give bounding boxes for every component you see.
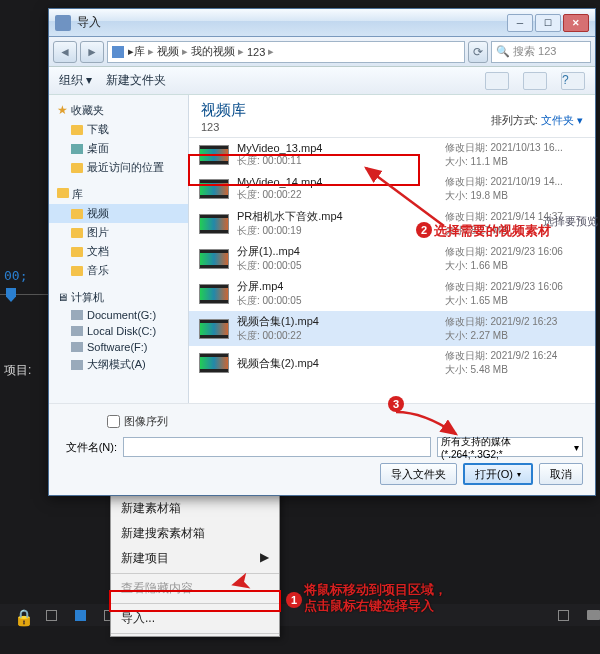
folder-icon bbox=[71, 209, 83, 219]
file-duration: 长度: 00:00:05 bbox=[237, 259, 437, 273]
nav-pictures[interactable]: 图片 bbox=[49, 223, 188, 242]
back-button[interactable]: ◄ bbox=[53, 41, 77, 63]
file-name: MyVideo_13.mp4 bbox=[237, 142, 437, 154]
image-sequence-checkbox[interactable]: 图像序列 bbox=[107, 414, 583, 429]
toolbar: 组织 ▾ 新建文件夹 ? bbox=[49, 67, 595, 95]
file-name: MyVideo_14.mp4 bbox=[237, 176, 437, 188]
file-row[interactable]: MyVideo_13.mp4长度: 00:00:11修改日期: 2021/10/… bbox=[189, 138, 595, 172]
import-dialog: 导入 ─ ☐ ✕ ◄ ► ▸ 库▸ 视频▸ 我的视频▸ 123▸ ⟳ 🔍搜索 1… bbox=[48, 8, 596, 496]
playhead[interactable] bbox=[6, 288, 16, 302]
preview-pane-label: 选择要预览 bbox=[543, 214, 598, 229]
refresh-button[interactable]: ⟳ bbox=[468, 41, 488, 63]
image-seq-input[interactable] bbox=[107, 415, 120, 428]
timecode: 00; bbox=[4, 268, 27, 283]
view-menu[interactable] bbox=[485, 72, 509, 90]
step1-badge: 1 bbox=[286, 592, 302, 608]
ctx-new-item[interactable]: 新建项目▶ bbox=[111, 546, 279, 571]
preview-toggle[interactable] bbox=[523, 72, 547, 90]
computer-icon bbox=[112, 46, 124, 58]
cancel-button[interactable]: 取消 bbox=[539, 463, 583, 485]
lock-icon[interactable]: 🔒 bbox=[14, 608, 28, 622]
file-name: 视频合集(1).mp4 bbox=[237, 314, 437, 329]
file-date: 修改日期: 2021/9/23 16:06 bbox=[445, 245, 585, 259]
file-row[interactable]: 视频合集(1).mp4长度: 00:00:22修改日期: 2021/9/2 16… bbox=[189, 311, 595, 346]
nav-music[interactable]: 音乐 bbox=[49, 261, 188, 280]
file-duration: 长度: 00:00:05 bbox=[237, 294, 437, 308]
file-name: 视频合集(2).mp4 bbox=[237, 356, 437, 371]
new-item-icon[interactable] bbox=[558, 610, 569, 621]
list-header: 视频库 123 排列方式: 文件夹 ▾ bbox=[189, 95, 595, 138]
file-row[interactable]: 分屏.mp4长度: 00:00:05修改日期: 2021/9/23 16:06大… bbox=[189, 276, 595, 311]
file-thumb bbox=[199, 179, 229, 199]
ctx-import[interactable]: 导入... bbox=[111, 606, 279, 631]
nav-drive-g[interactable]: Document(G:) bbox=[49, 307, 188, 323]
nav-videos[interactable]: 视频 bbox=[49, 204, 188, 223]
file-thumb bbox=[199, 249, 229, 269]
import-folder-button[interactable]: 导入文件夹 bbox=[380, 463, 457, 485]
help-button[interactable]: ? bbox=[561, 72, 585, 90]
file-size: 大小: 2.27 MB bbox=[445, 329, 585, 343]
ctx-new-bin[interactable]: 新建素材箱 bbox=[111, 496, 279, 521]
file-date: 修改日期: 2021/10/19 14... bbox=[445, 175, 585, 189]
nav-drive-f[interactable]: Software(F:) bbox=[49, 339, 188, 355]
new-bin-icon[interactable] bbox=[587, 610, 600, 620]
ctx-new-search-bin[interactable]: 新建搜索素材箱 bbox=[111, 521, 279, 546]
dialog-title: 导入 bbox=[77, 14, 505, 31]
timeline[interactable] bbox=[0, 288, 48, 308]
nav-drive-c[interactable]: Local Disk(C:) bbox=[49, 323, 188, 339]
nav-downloads[interactable]: 下载 bbox=[49, 120, 188, 139]
folder-icon bbox=[71, 163, 83, 173]
file-date: 修改日期: 2021/10/13 16... bbox=[445, 141, 585, 155]
folder-icon bbox=[71, 247, 83, 257]
navbar: ◄ ► ▸ 库▸ 视频▸ 我的视频▸ 123▸ ⟳ 🔍搜索 123 bbox=[49, 37, 595, 67]
organize-menu[interactable]: 组织 ▾ bbox=[59, 72, 92, 89]
titlebar[interactable]: 导入 ─ ☐ ✕ bbox=[49, 9, 595, 37]
step1-text: 将鼠标移动到项目区域， 点击鼠标右键选择导入 bbox=[304, 582, 447, 614]
file-size: 大小: 5.48 MB bbox=[445, 363, 585, 377]
file-thumb bbox=[199, 145, 229, 165]
nav-more[interactable]: 大纲模式(A) bbox=[49, 355, 188, 374]
file-row[interactable]: 分屏(1)..mp4长度: 00:00:05修改日期: 2021/9/23 16… bbox=[189, 241, 595, 276]
filename-input[interactable] bbox=[123, 437, 431, 457]
file-date: 修改日期: 2021/9/23 16:06 bbox=[445, 280, 585, 294]
nav-documents[interactable]: 文档 bbox=[49, 242, 188, 261]
folder-icon bbox=[71, 266, 83, 276]
drive-icon bbox=[71, 360, 83, 370]
file-row[interactable]: 视频合集(2).mp4修改日期: 2021/9/2 16:24大小: 5.48 … bbox=[189, 346, 595, 380]
file-row[interactable]: MyVideo_14.mp4长度: 00:00:22修改日期: 2021/10/… bbox=[189, 172, 595, 206]
open-button[interactable]: 打开(O)▾ bbox=[463, 463, 533, 485]
breadcrumb[interactable]: ▸ 库▸ 视频▸ 我的视频▸ 123▸ bbox=[107, 41, 465, 63]
chevron-down-icon: ▾ bbox=[574, 442, 579, 453]
project-toolbar: 🔒 bbox=[0, 604, 600, 626]
file-thumb bbox=[199, 319, 229, 339]
drive-icon bbox=[71, 326, 83, 336]
folder-icon bbox=[71, 228, 83, 238]
nav-recent[interactable]: 最近访问的位置 bbox=[49, 158, 188, 177]
step2-badge: 2 bbox=[416, 222, 432, 238]
sort-dropdown[interactable]: 文件夹 ▾ bbox=[541, 114, 583, 126]
file-duration: 长度: 00:00:22 bbox=[237, 188, 437, 202]
thumb-view-icon[interactable] bbox=[75, 610, 86, 621]
file-date: 修改日期: 2021/9/2 16:23 bbox=[445, 315, 585, 329]
library-icon bbox=[57, 188, 69, 198]
filter-dropdown[interactable]: 所有支持的媒体 (*.264;*.3G2;*▾ bbox=[437, 437, 583, 457]
file-list[interactable]: MyVideo_13.mp4长度: 00:00:11修改日期: 2021/10/… bbox=[189, 138, 595, 403]
file-thumb bbox=[199, 284, 229, 304]
file-thumb bbox=[199, 214, 229, 234]
file-date: 修改日期: 2021/9/2 16:24 bbox=[445, 349, 585, 363]
list-view-icon[interactable] bbox=[46, 610, 57, 621]
project-label: 项目: bbox=[4, 362, 31, 379]
maximize-button[interactable]: ☐ bbox=[535, 14, 561, 32]
fwd-button[interactable]: ► bbox=[80, 41, 104, 63]
file-size: 大小: 19.8 MB bbox=[445, 189, 585, 203]
file-thumb bbox=[199, 353, 229, 373]
folder-icon bbox=[71, 125, 83, 135]
chevron-down-icon: ▾ bbox=[517, 470, 521, 479]
nav-tree[interactable]: ★ 收藏夹 下载 桌面 最近访问的位置 库 视频 图片 文档 音乐 🖥 计算机 … bbox=[49, 95, 189, 403]
minimize-button[interactable]: ─ bbox=[507, 14, 533, 32]
close-button[interactable]: ✕ bbox=[563, 14, 589, 32]
search-input[interactable]: 🔍搜索 123 bbox=[491, 41, 591, 63]
file-size: 大小: 1.65 MB bbox=[445, 294, 585, 308]
new-folder-button[interactable]: 新建文件夹 bbox=[106, 72, 166, 89]
nav-desktop[interactable]: 桌面 bbox=[49, 139, 188, 158]
